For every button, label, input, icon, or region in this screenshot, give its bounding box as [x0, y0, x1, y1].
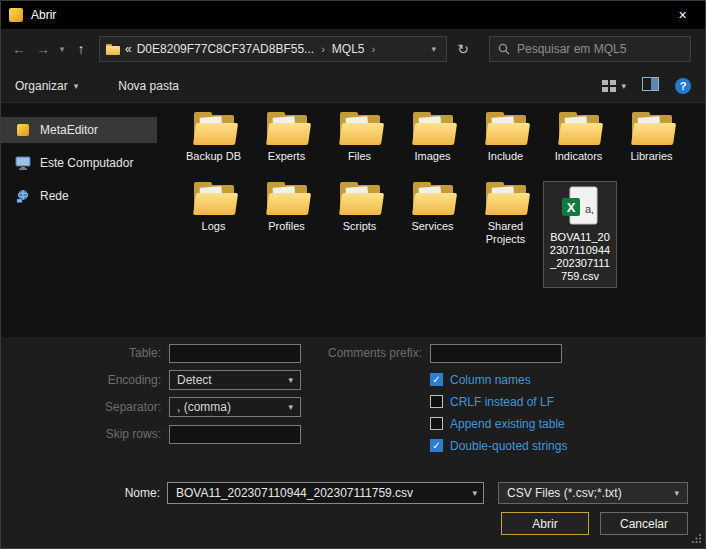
refresh-button[interactable]: ↻ — [450, 36, 476, 62]
cancel-button[interactable]: Cancelar — [600, 512, 688, 535]
help-button[interactable]: ? — [675, 78, 691, 94]
chevron-down-icon: ▾ — [468, 488, 481, 498]
comments-prefix-input[interactable] — [430, 344, 562, 363]
browser-content: MetaEditor Este Computador — [1, 103, 705, 337]
command-toolbar: Organizar ▾ Nova pasta ▾ ? — [1, 69, 705, 103]
folder-item[interactable]: Scripts — [323, 181, 396, 233]
folder-label: Profiles — [268, 220, 305, 233]
file-item-selected[interactable]: a, X BOVA11_202307110944_202307111759.cs… — [543, 181, 617, 288]
folder-label: Scripts — [343, 220, 377, 233]
up-button[interactable]: ↑ — [69, 37, 93, 61]
encoding-label: Encoding: — [1, 373, 169, 387]
folder-item[interactable]: Libraries — [615, 111, 688, 163]
skip-rows-input[interactable] — [169, 425, 301, 444]
search-box[interactable] — [489, 36, 691, 62]
chevron-down-icon: ▾ — [288, 402, 293, 412]
organize-button[interactable]: Organizar ▾ — [15, 79, 78, 93]
open-dialog: Abrir × ← → ▾ ↑ « D0E8209F77C8CF37AD8BF5… — [0, 0, 706, 549]
computer-icon — [15, 155, 31, 171]
folder-icon — [106, 44, 120, 55]
forward-button[interactable]: → — [31, 37, 55, 61]
encoding-select[interactable]: Detect ▾ — [169, 370, 301, 390]
folder-item[interactable]: Logs — [177, 181, 250, 233]
navigation-bar: ← → ▾ ↑ « D0E8209F77C8CF37AD8BF55... › M… — [1, 29, 705, 69]
resize-grip[interactable] — [692, 532, 702, 546]
file-label: BOVA11_202307110944_202307111759.csv — [548, 231, 612, 283]
table-label: Table: — [1, 346, 169, 360]
table-row: Table: — [1, 343, 301, 363]
checkbox-double-quoted[interactable]: ✓ Double-quoted strings — [430, 437, 567, 454]
folder-label: Images — [414, 150, 450, 163]
filename-input[interactable] — [176, 486, 468, 500]
folder-icon — [337, 181, 383, 217]
close-button[interactable]: × — [660, 1, 705, 29]
checkbox-crlf[interactable]: ✓ CRLF instead of LF — [430, 393, 554, 410]
comments-prefix-label: Comments prefix: — [322, 346, 430, 360]
chevron-down-icon: ▾ — [288, 375, 293, 385]
folder-label: Files — [348, 150, 371, 163]
address-bar[interactable]: « D0E8209F77C8CF37AD8BF55... › MQL5 › ▾ — [99, 36, 447, 62]
skip-rows-row: Skip rows: — [1, 424, 301, 444]
preview-pane-button[interactable] — [642, 77, 659, 94]
chevron-down-icon: ▾ — [74, 81, 79, 91]
svg-text:a,: a, — [585, 203, 594, 215]
open-button[interactable]: Abrir — [501, 512, 589, 535]
folder-item[interactable]: Files — [323, 111, 396, 163]
breadcrumb-folder-mql5[interactable]: MQL5 — [332, 42, 365, 56]
breadcrumb-overflow[interactable]: « — [125, 42, 132, 56]
checkbox-append-table[interactable]: ✓ Append existing table — [430, 415, 565, 432]
folder-item[interactable]: Include — [469, 111, 542, 163]
table-input[interactable] — [169, 344, 301, 363]
chevron-right-icon: › — [364, 43, 382, 55]
excel-csv-file-icon: a, X — [560, 186, 600, 228]
folder-label: Services — [411, 220, 453, 233]
separator-select[interactable]: , (comma) ▾ — [169, 397, 301, 417]
folder-icon — [483, 111, 529, 147]
folder-icon — [337, 111, 383, 147]
svg-text:X: X — [567, 200, 576, 215]
search-input[interactable] — [517, 42, 682, 56]
sidebar-item-este-computador[interactable]: Este Computador — [1, 150, 157, 176]
folder-item[interactable]: Services — [396, 181, 469, 233]
folder-item[interactable]: Experts — [250, 111, 323, 163]
checkbox[interactable]: ✓ — [430, 417, 443, 430]
folder-icon — [191, 181, 237, 217]
folder-label: Libraries — [630, 150, 672, 163]
folder-item[interactable]: Profiles — [250, 181, 323, 233]
folder-item[interactable]: Images — [396, 111, 469, 163]
folder-icon — [410, 111, 456, 147]
folder-label: Include — [488, 150, 523, 163]
checkbox[interactable]: ✓ — [430, 395, 443, 408]
checkbox-column-names[interactable]: ✓ Column names — [430, 371, 531, 388]
chevron-down-icon: ▾ — [621, 81, 626, 91]
window-title: Abrir — [31, 8, 56, 22]
name-label: Nome: — [1, 486, 167, 500]
folder-label: Logs — [202, 220, 226, 233]
encoding-row: Encoding: Detect ▾ — [1, 370, 301, 390]
recent-locations-dropdown[interactable]: ▾ — [55, 37, 69, 61]
sidebar-item-metaeditor[interactable]: MetaEditor — [1, 117, 157, 143]
view-options-button[interactable]: ▾ — [602, 79, 626, 93]
folder-icon — [483, 181, 529, 217]
folder-item[interactable]: Shared Projects — [469, 181, 542, 246]
breadcrumb-root[interactable]: D0E8209F77C8CF37AD8BF55... — [137, 42, 314, 56]
folder-icon — [264, 181, 310, 217]
skip-rows-label: Skip rows: — [1, 427, 169, 441]
back-button[interactable]: ← — [7, 37, 31, 61]
folder-icon — [191, 111, 237, 147]
folder-item[interactable]: Backup DB — [177, 111, 250, 163]
sidebar-item-rede[interactable]: Rede — [1, 183, 157, 209]
address-dropdown-icon[interactable]: ▾ — [427, 44, 440, 54]
filetype-combobox[interactable]: CSV Files (*.csv;*.txt) ▾ — [498, 482, 688, 504]
folder-label: Backup DB — [186, 150, 241, 163]
folder-item[interactable]: Indicators — [542, 111, 615, 163]
metaeditor-icon — [15, 122, 31, 138]
filename-combobox[interactable]: ▾ — [167, 482, 484, 504]
title-bar: Abrir × — [1, 1, 705, 29]
folder-icon — [629, 111, 675, 147]
new-folder-button[interactable]: Nova pasta — [118, 79, 179, 93]
folder-icon — [556, 111, 602, 147]
checkbox[interactable]: ✓ — [430, 373, 443, 386]
chevron-down-icon: ▾ — [674, 488, 679, 498]
checkbox[interactable]: ✓ — [430, 439, 443, 452]
